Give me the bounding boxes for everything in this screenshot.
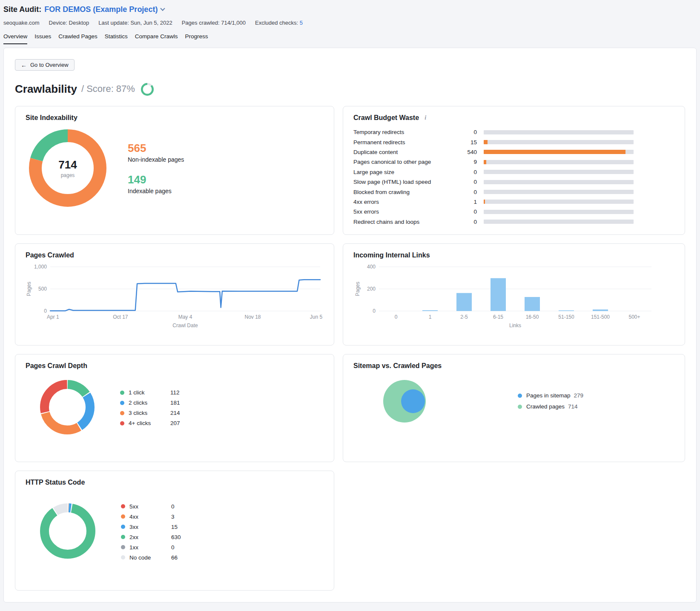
section-title: Crawlability — [15, 83, 77, 96]
score-ring-icon — [141, 83, 154, 96]
crawl-depth-legend-item: 2 clicks181 — [120, 400, 180, 406]
crawl-meta-row: seoquake.comDevice: DesktopLast update: … — [3, 20, 697, 26]
venn-legend-item: Pages in sitemap279 — [518, 392, 583, 399]
card-title: Pages Crawl Depth — [26, 362, 324, 370]
legend-dot — [121, 504, 125, 508]
budget-value: 1 — [461, 199, 477, 205]
crawl-depth-legend-item: 1 click112 — [120, 389, 180, 396]
budget-bar-track[interactable] — [484, 130, 634, 134]
indexability-stats: 565Non-indexable pages149Indexable pages — [128, 142, 184, 194]
venn-body: Pages in sitemap279Crawled pages714 — [353, 376, 674, 427]
legend-label: 1xx — [129, 544, 171, 551]
legend-value: 181 — [170, 400, 180, 406]
legend-dot — [120, 411, 124, 415]
excluded-checks-link[interactable]: 5 — [300, 20, 303, 26]
info-icon[interactable] — [422, 115, 428, 121]
pages-crawled-line-chart[interactable]: 05001,000Apr 1Oct 17May 4Nov 18Jun 5Craw… — [26, 261, 324, 332]
card-title: Incoming Internal Links — [353, 251, 674, 259]
budget-bar-track[interactable] — [484, 190, 634, 194]
card-title: Pages Crawled — [26, 251, 324, 259]
budget-label: 4xx errors — [353, 199, 454, 205]
stat-value: 565 — [128, 142, 184, 155]
legend-value: 0 — [171, 544, 175, 551]
budget-label: Temporary redirects — [353, 129, 454, 135]
sitemap-venn-diagram[interactable] — [379, 376, 434, 427]
budget-bar-track[interactable] — [484, 140, 634, 144]
legend-value: 279 — [574, 392, 584, 399]
budget-value: 0 — [461, 129, 477, 135]
budget-value: 0 — [461, 169, 477, 175]
budget-bar-track[interactable] — [484, 200, 634, 204]
svg-text:1,000: 1,000 — [34, 264, 47, 270]
legend-label: 2xx — [129, 534, 171, 540]
indexability-stat: 149Indexable pages — [128, 173, 184, 194]
legend-value: 214 — [170, 410, 180, 416]
title-row: Site Audit: FOR DEMOS (Example Project) — [3, 5, 697, 14]
budget-bar-fill — [484, 140, 488, 144]
crawl-depth-legend: 1 click1122 clicks1813 clicks2144+ click… — [120, 389, 180, 426]
legend-value: 66 — [171, 554, 178, 561]
budget-bar-track[interactable] — [484, 150, 634, 154]
legend-dot — [518, 394, 522, 398]
crawl-depth-donut[interactable] — [40, 380, 95, 436]
venn-sitemap-circle — [401, 389, 425, 413]
budget-label: Permanent redirects — [353, 139, 454, 146]
incoming-links-bar-chart[interactable]: 0200400012-56-1516-5051-150151-500500+Li… — [353, 261, 674, 332]
legend-label: Crawled pages — [526, 403, 565, 410]
tab-crawled-pages[interactable]: Crawled Pages — [58, 33, 98, 44]
budget-row: 5xx errors0 — [353, 207, 634, 217]
tab-compare-crawls[interactable]: Compare Crawls — [135, 33, 178, 44]
budget-row: Redirect chains and loops0 — [353, 217, 634, 227]
budget-bar-track[interactable] — [484, 220, 634, 224]
budget-bar-track[interactable] — [484, 210, 634, 214]
stat-label: Indexable pages — [128, 188, 184, 194]
venn-legend: Pages in sitemap279Crawled pages714 — [518, 392, 583, 410]
go-to-overview-button[interactable]: ← Go to Overview — [15, 59, 75, 71]
project-name: FOR DEMOS (Example Project) — [44, 5, 158, 14]
page-head: Crawlability / Score: 87% — [15, 82, 685, 96]
tab-issues[interactable]: Issues — [34, 33, 51, 44]
budget-bar-fill — [484, 200, 485, 204]
http-status-legend-item: 4xx3 — [121, 514, 181, 520]
card-site-indexability: Site Indexability 714 pages 565Non-index… — [15, 106, 334, 235]
chevron-down-icon — [161, 6, 165, 11]
cards-grid: Site Indexability 714 pages 565Non-index… — [15, 106, 685, 591]
svg-text:Apr 1: Apr 1 — [47, 314, 59, 320]
budget-row: Large page size0 — [353, 167, 634, 177]
legend-label: 3 clicks — [129, 410, 170, 416]
back-button-label: Go to Overview — [30, 62, 69, 68]
svg-text:6-15: 6-15 — [493, 314, 503, 320]
legend-label: 4xx — [129, 514, 171, 520]
budget-value: 0 — [461, 189, 477, 195]
legend-value: 15 — [171, 524, 178, 530]
legend-dot — [120, 401, 124, 405]
budget-row: Slow page (HTML) load speed0 — [353, 177, 634, 187]
card-pages-crawled: Pages Crawled 05001,000Apr 1Oct 17May 4N… — [15, 243, 334, 345]
legend-dot — [120, 421, 124, 425]
svg-text:1: 1 — [429, 314, 432, 320]
budget-bar-fill — [484, 150, 625, 154]
project-selector[interactable]: FOR DEMOS (Example Project) — [44, 5, 164, 14]
stat-label: Non-indexable pages — [128, 156, 184, 163]
legend-label: 3xx — [129, 524, 171, 530]
budget-bar-track[interactable] — [484, 160, 634, 164]
legend-value: 112 — [170, 389, 180, 396]
tab-overview[interactable]: Overview — [3, 33, 27, 44]
card-title: Sitemap vs. Crawled Pages — [353, 362, 674, 370]
legend-dot — [121, 555, 125, 560]
legend-label: Pages in sitemap — [526, 392, 571, 399]
svg-text:0: 0 — [373, 308, 376, 314]
indexability-stat: 565Non-indexable pages — [128, 142, 184, 163]
svg-text:400: 400 — [367, 264, 376, 270]
site-indexability-donut[interactable]: 714 pages — [29, 129, 106, 207]
svg-text:151-500: 151-500 — [591, 314, 610, 320]
crawl-budget-rows: Temporary redirects0Permanent redirects1… — [353, 127, 674, 227]
budget-bar-track[interactable] — [484, 170, 634, 174]
crawl-depth-legend-item: 3 clicks214 — [120, 410, 180, 416]
budget-label: 5xx errors — [353, 208, 454, 215]
budget-bar-track[interactable] — [484, 180, 634, 184]
tab-progress[interactable]: Progress — [185, 33, 208, 44]
tab-statistics[interactable]: Statistics — [105, 33, 128, 44]
http-status-donut[interactable] — [40, 503, 95, 560]
card-title: Site Indexability — [26, 114, 324, 122]
